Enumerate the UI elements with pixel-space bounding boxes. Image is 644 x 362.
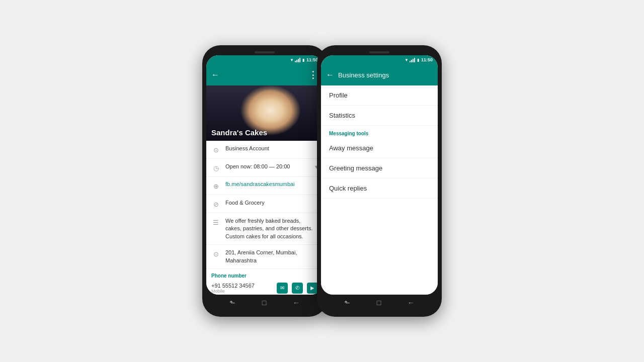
- phone-number-row: +91 55512 34567 Mobile ✉ ✆ ▶: [206, 281, 323, 295]
- description-text: We offer freshly baked breads, cakes, pa…: [225, 217, 318, 240]
- video-button[interactable]: ▶: [307, 283, 318, 294]
- call-button[interactable]: ✆: [292, 283, 303, 294]
- location-icon: ⊙: [211, 249, 220, 258]
- phone-number-type: Mobile: [211, 289, 277, 294]
- settings-list: Profile Statistics Messaging tools Away …: [321, 85, 438, 295]
- phone-2: ▼ ▮ 11:50 ← Business settings: [317, 45, 442, 317]
- home-button[interactable]: □: [262, 299, 266, 307]
- signal-bars: [295, 58, 300, 62]
- address-text: 201, Areniia Corner, Mumbai, Maharashtra: [225, 249, 318, 264]
- quick-replies-label: Quick replies: [329, 185, 367, 192]
- list-item: ⊘ Food & Grocery: [206, 195, 323, 213]
- phone-1-status-icons: ▼ ▮: [290, 58, 304, 62]
- phone-1-back-button[interactable]: ←: [211, 70, 219, 79]
- phone-2-status-icons: ▼ ▮: [405, 58, 419, 62]
- phones-container: ▼ ▮ 11:50 ← ⋮: [202, 45, 442, 317]
- list-item: ⊙ 201, Areniia Corner, Mumbai, Maharasht…: [206, 245, 323, 269]
- list-item[interactable]: ◷ Open now: 08:00 — 20:00 ▾: [206, 159, 323, 177]
- phone-actions: ✉ ✆ ▶: [277, 283, 318, 294]
- back-button[interactable]: ←: [293, 299, 300, 307]
- signal-bar-1: [295, 61, 296, 62]
- category-text: Food & Grocery: [225, 199, 265, 207]
- battery-icon: ▮: [302, 58, 304, 62]
- phone-2-bottom-nav: ⬑ □ ←: [321, 295, 438, 311]
- phone-1-bottom-nav: ⬑ □ ←: [206, 295, 323, 311]
- phone-1-screen: ▼ ▮ 11:50 ← ⋮: [206, 55, 323, 295]
- hero-image: Sandra's Cakes: [206, 85, 323, 141]
- settings-item-profile[interactable]: Profile: [321, 85, 438, 106]
- phone-2-time: 11:50: [421, 57, 433, 62]
- signal-bars-2: [410, 58, 415, 62]
- back-button-2[interactable]: ←: [408, 299, 415, 307]
- messaging-tools-section: Messaging tools: [321, 126, 438, 138]
- home-button-2[interactable]: □: [377, 299, 381, 307]
- clock-icon: ◷: [211, 163, 220, 172]
- phone-2-screen: ▼ ▮ 11:50 ← Business settings: [321, 55, 438, 295]
- phone-2-speaker: [369, 51, 389, 53]
- phone-1-status-bar: ▼ ▮ 11:50: [206, 55, 323, 64]
- statistics-label: Statistics: [329, 112, 355, 119]
- settings-item-statistics[interactable]: Statistics: [321, 106, 438, 126]
- phone-1-speaker: [255, 51, 275, 53]
- tag-icon: ⊘: [211, 200, 220, 209]
- wifi-icon: ▼: [290, 58, 294, 62]
- signal-bar-4: [414, 58, 415, 62]
- business-name: Sandra's Cakes: [211, 128, 267, 137]
- list-item: ⊙ Business Account: [206, 141, 323, 159]
- settings-item-greeting-message[interactable]: Greeting message: [321, 158, 438, 178]
- signal-bar-2: [296, 60, 297, 62]
- phone-2-back-button[interactable]: ←: [326, 70, 334, 79]
- hours-text: Open now: 08:00 — 20:00: [225, 163, 290, 170]
- phone-number-value: +91 55512 34567: [211, 283, 277, 289]
- business-icon: ⊙: [211, 145, 220, 154]
- phone-2-toolbar: ← Business settings: [321, 64, 438, 85]
- away-message-label: Away message: [329, 144, 373, 152]
- signal-bar-3: [413, 59, 414, 62]
- phone-1: ▼ ▮ 11:50 ← ⋮: [202, 45, 327, 317]
- signal-bar-1: [410, 61, 411, 62]
- list-item[interactable]: ⊕ fb.me/sandrascakesmumbai: [206, 177, 323, 195]
- globe-icon: ⊕: [211, 182, 220, 191]
- list-item: ☰ We offer freshly baked breads, cakes, …: [206, 213, 323, 245]
- phone-1-time: 11:50: [306, 57, 318, 62]
- chat-button[interactable]: ✉: [277, 283, 288, 294]
- hours-row: Open now: 08:00 — 20:00 ▾: [225, 163, 318, 170]
- phone-2-status-bar: ▼ ▮ 11:50: [321, 55, 438, 64]
- battery-icon: ▮: [417, 58, 419, 62]
- greeting-message-label: Greeting message: [329, 164, 382, 172]
- profile-label: Profile: [329, 92, 348, 99]
- recent-apps-button-2[interactable]: ⬑: [344, 299, 350, 307]
- profile-content: ⊙ Business Account ◷ Open now: 08:00 — 2…: [206, 141, 323, 295]
- settings-item-quick-replies[interactable]: Quick replies: [321, 178, 438, 199]
- phone-number-text: +91 55512 34567 Mobile: [211, 283, 277, 294]
- wifi-icon: ▼: [405, 58, 409, 62]
- phone-2-toolbar-title: Business settings: [338, 71, 433, 79]
- business-account-label: Business Account: [225, 145, 269, 152]
- phone-1-toolbar: ← ⋮: [206, 64, 323, 85]
- info-icon: ☰: [211, 218, 220, 227]
- signal-bar-2: [411, 60, 412, 62]
- settings-item-away-message[interactable]: Away message: [321, 138, 438, 158]
- phone-section-title: Phone number: [206, 269, 323, 281]
- recent-apps-button[interactable]: ⬑: [229, 299, 235, 307]
- signal-bar-4: [299, 58, 300, 62]
- signal-bar-3: [298, 59, 299, 62]
- website-link[interactable]: fb.me/sandrascakesmumbai: [225, 181, 295, 187]
